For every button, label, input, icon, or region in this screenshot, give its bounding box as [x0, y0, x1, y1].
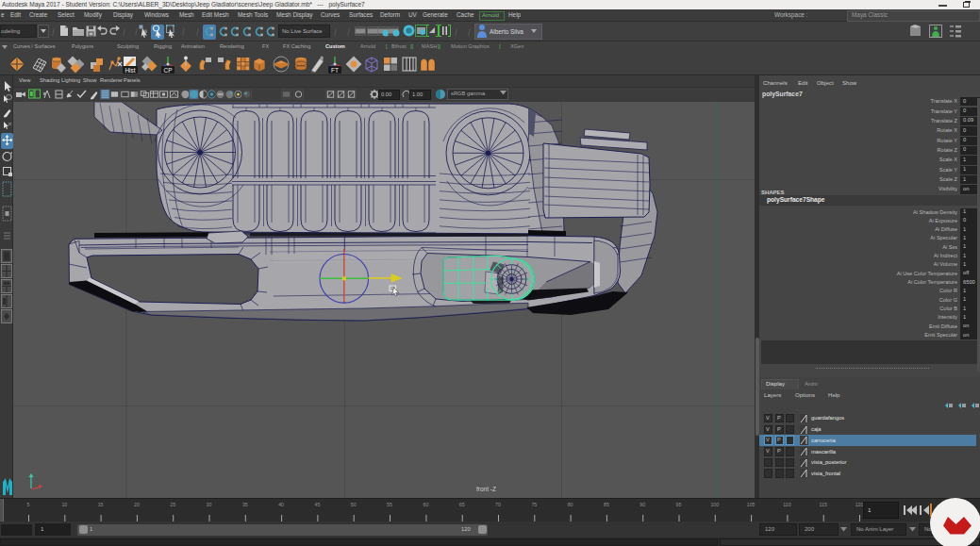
- svg-text:40: 40: [278, 502, 284, 507]
- svg-text:FT: FT: [331, 67, 339, 74]
- svg-text:20: 20: [134, 502, 140, 507]
- svg-text:105: 105: [747, 502, 756, 507]
- svg-text:75: 75: [531, 502, 537, 507]
- svg-text:90: 90: [639, 502, 645, 507]
- svg-text:55: 55: [387, 502, 392, 507]
- svg-text:25: 25: [170, 502, 175, 507]
- svg-text:Hist: Hist: [125, 67, 135, 74]
- svg-text:85: 85: [604, 502, 609, 507]
- svg-text:95: 95: [676, 502, 682, 507]
- svg-text:100: 100: [710, 502, 719, 507]
- svg-text:70: 70: [495, 502, 501, 507]
- svg-text:15: 15: [98, 502, 104, 507]
- svg-text:CP: CP: [163, 67, 172, 74]
- svg-text:35: 35: [242, 502, 248, 507]
- svg-text:front -Z: front -Z: [476, 486, 496, 492]
- svg-text:5: 5: [27, 502, 30, 507]
- svg-text:50: 50: [351, 502, 357, 507]
- svg-text:80: 80: [568, 502, 573, 507]
- svg-text:30: 30: [207, 502, 212, 507]
- svg-text:110: 110: [783, 502, 790, 507]
- svg-text:65: 65: [459, 502, 465, 507]
- svg-text:60: 60: [424, 502, 429, 507]
- svg-text:115: 115: [820, 502, 827, 507]
- svg-text:45: 45: [315, 502, 321, 507]
- svg-text:10: 10: [61, 502, 67, 507]
